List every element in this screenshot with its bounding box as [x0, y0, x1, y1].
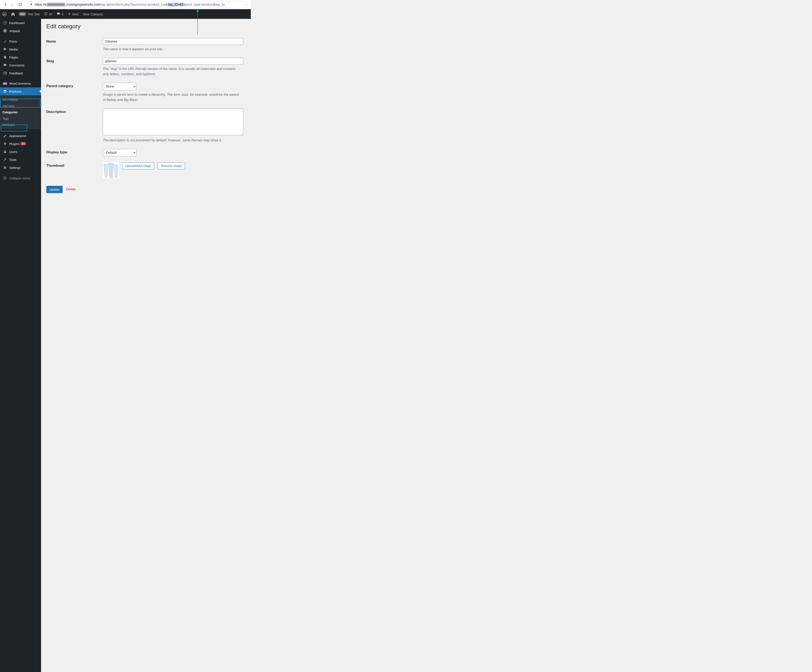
upload-image-button[interactable]: Upload/Add image: [122, 162, 154, 169]
svg-rect-0: [31, 4, 32, 5]
woo-icon: woo: [3, 82, 8, 85]
menu-label: Jetpack: [9, 29, 20, 33]
browser-forward-button[interactable]: [9, 2, 15, 7]
menu-label: WooCommerce: [9, 82, 31, 85]
plugins-count-badge: 54: [20, 142, 26, 145]
svg-point-3: [3, 29, 7, 32]
description-label: Description: [46, 106, 103, 146]
products-icon: [3, 89, 8, 93]
svg-point-10: [4, 150, 6, 152]
display-type-label: Display type: [46, 146, 103, 159]
menu-label: Feedback: [9, 72, 23, 75]
collapse-icon: [3, 176, 8, 180]
site-name[interactable]: · Test Site: [17, 9, 42, 19]
update-button[interactable]: Update: [46, 186, 63, 193]
menu-label: Posts: [9, 39, 17, 43]
pin-icon: [3, 39, 8, 43]
view-category-link[interactable]: View Category: [81, 9, 105, 19]
updates-link[interactable]: 57: [42, 9, 55, 19]
browser-url-bar[interactable]: https://e.mystagingwebsite.com/wp-admin/…: [27, 1, 248, 8]
description-textarea[interactable]: [103, 109, 243, 135]
delete-link[interactable]: Delete: [66, 188, 76, 191]
name-help: The name is how it appears on your site.: [103, 46, 239, 52]
svg-point-5: [6, 49, 7, 49]
sidebar-item-feedback[interactable]: Feedback: [0, 69, 41, 77]
new-link[interactable]: New: [66, 9, 81, 19]
sidebar-item-users[interactable]: Users: [0, 148, 41, 156]
settings-icon: [3, 166, 8, 169]
url-rest: &post_type=product&wp_ht: [184, 3, 225, 7]
annotation-arrow: [197, 10, 198, 35]
wp-admin-sidebar: Dashboard Jetpack Posts Media Pages Comm…: [0, 19, 41, 208]
sidebar-item-appearance[interactable]: Appearance: [0, 132, 41, 140]
sidebar-item-media[interactable]: Media: [0, 45, 41, 53]
thumbnail-preview: [103, 162, 119, 178]
submenu-categories[interactable]: Categories: [0, 109, 41, 116]
appearance-icon: [3, 134, 8, 138]
sidebar-collapse[interactable]: Collapse menu: [0, 174, 41, 182]
sidebar-item-posts[interactable]: Posts: [0, 37, 41, 45]
users-icon: [3, 150, 8, 154]
comments-link[interactable]: 0: [55, 9, 65, 19]
sidebar-item-plugins[interactable]: Plugins 54: [0, 140, 41, 148]
slug-input[interactable]: [103, 58, 243, 65]
sidebar-item-settings[interactable]: Settings: [0, 164, 41, 172]
menu-label: Products: [9, 90, 22, 93]
description-help: The description is not prominent by defa…: [103, 138, 239, 143]
browser-reload-button[interactable]: [18, 2, 23, 7]
jetpack-icon: [3, 29, 8, 33]
parent-label: Parent category: [46, 80, 103, 106]
sidebar-item-tools[interactable]: Tools: [0, 156, 41, 164]
svg-rect-7: [4, 56, 6, 59]
parent-select[interactable]: None: [103, 83, 136, 90]
media-icon: [3, 47, 8, 51]
slug-help: The “slug” is the URL-friendly version o…: [103, 66, 239, 77]
comment-icon: [3, 63, 8, 67]
menu-label: Settings: [9, 166, 20, 169]
svg-point-12: [5, 167, 6, 168]
sidebar-item-products[interactable]: Products: [0, 87, 41, 96]
edit-category-form: Name The name is how it appears on your …: [46, 35, 251, 181]
url-path: /wp-admin/term.php?taxonomy=product_cat&: [100, 3, 168, 7]
home-icon[interactable]: [9, 9, 17, 19]
update-icon: [44, 12, 48, 16]
plus-icon: [68, 12, 71, 16]
submenu-attributes[interactable]: Attributes: [0, 122, 41, 128]
lock-icon: [30, 3, 32, 6]
tools-icon: [3, 158, 8, 162]
menu-label: Media: [9, 48, 18, 51]
submenu-all-products[interactable]: All Products: [0, 97, 41, 103]
thumbnail-label: Thumbnail: [46, 159, 103, 181]
dashboard-icon: [3, 21, 8, 25]
svg-point-13: [4, 168, 5, 169]
name-label: Name: [46, 35, 103, 55]
sidebar-item-dashboard[interactable]: Dashboard: [0, 19, 41, 27]
menu-label: Collapse menu: [9, 176, 30, 180]
slug-label: Slug: [46, 55, 103, 80]
svg-point-14: [3, 177, 7, 179]
menu-label: Appearance: [9, 134, 26, 138]
display-type-select[interactable]: Default: [103, 149, 136, 157]
menu-label: Comments: [9, 63, 24, 67]
products-submenu: All Products Add New Categories Tags Att…: [0, 96, 41, 129]
parent-help: Assign a parent term to create a hierarc…: [103, 92, 239, 102]
menu-label: Users: [9, 150, 17, 154]
submenu-tags[interactable]: Tags: [0, 116, 41, 122]
sidebar-item-woocommerce[interactable]: woo WooCommerce: [0, 80, 41, 87]
menu-label: Pages: [9, 56, 18, 59]
site-name-blurred: [19, 13, 26, 15]
sidebar-item-comments[interactable]: Comments: [0, 61, 41, 69]
wp-content-area: Edit category Name The name is how it ap…: [41, 19, 251, 208]
svg-point-9: [5, 135, 6, 135]
url-highlighted-param: tag_ID=62: [168, 3, 184, 7]
plugins-icon: [3, 142, 8, 146]
remove-image-button[interactable]: Remove image: [157, 162, 185, 169]
sidebar-item-pages[interactable]: Pages: [0, 53, 41, 61]
name-input[interactable]: [103, 38, 243, 45]
browser-back-button[interactable]: [3, 2, 9, 7]
wp-logo[interactable]: [0, 9, 9, 19]
submenu-add-new[interactable]: Add New: [0, 103, 41, 109]
page-title: Edit category: [46, 23, 251, 30]
menu-label: Tools: [9, 158, 17, 162]
sidebar-item-jetpack[interactable]: Jetpack: [0, 27, 41, 35]
